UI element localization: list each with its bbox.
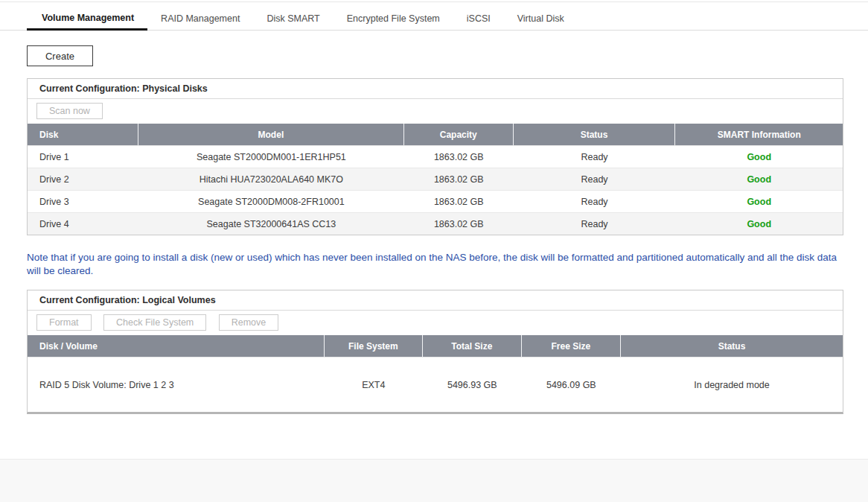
col-model: Model — [138, 124, 404, 145]
col-capacity: Capacity — [404, 124, 514, 145]
table-row-drive-1[interactable]: Drive 1 Seagate ST2000DM001-1ER1HP51 186… — [28, 145, 843, 168]
status-cell: Ready — [514, 146, 676, 168]
logical-table-header: Disk / Volume File System Total Size Fre… — [28, 335, 843, 357]
capacity-cell: 1863.02 GB — [404, 146, 514, 168]
col-status: Status — [514, 124, 676, 145]
smart-status-good: Good — [675, 191, 842, 212]
logical-volumes-toolbar: Format Check File System Remove — [28, 311, 843, 335]
model-cell: Hitachi HUA723020ALA640 MK7O — [138, 168, 404, 190]
tab-disk-smart[interactable]: Disk SMART — [253, 10, 333, 31]
model-cell: Seagate ST2000DM008-2FR10001 — [138, 191, 404, 212]
model-cell: Seagate ST32000641AS CC13 — [138, 213, 404, 235]
remove-button[interactable]: Remove — [219, 314, 279, 331]
smart-status-good: Good — [675, 168, 842, 190]
disk-cell: Drive 4 — [28, 213, 138, 235]
total-size-cell: 5496.93 GB — [423, 358, 521, 412]
status-cell: Ready — [514, 168, 676, 190]
physical-disks-title: Current Configuration: Physical Disks — [28, 79, 843, 99]
logical-volumes-title: Current Configuration: Logical Volumes — [28, 290, 843, 311]
disk-format-warning-note: Note that if you are going to install a … — [27, 251, 846, 278]
col-file-system: File System — [325, 335, 423, 357]
tab-iscsi[interactable]: iSCSI — [453, 10, 504, 31]
physical-table-header: Disk Model Capacity Status SMART Informa… — [28, 124, 843, 145]
tab-encrypted-file-system[interactable]: Encrypted File System — [334, 10, 453, 31]
table-row-drive-3[interactable]: Drive 3 Seagate ST2000DM008-2FR10001 186… — [28, 190, 843, 212]
volume-name-cell: RAID 5 Disk Volume: Drive 1 2 3 — [28, 358, 325, 412]
physical-disks-toolbar: Scan now — [28, 99, 843, 124]
smart-status-good: Good — [675, 146, 842, 168]
capacity-cell: 1863.02 GB — [404, 191, 514, 212]
col-disk: Disk — [28, 124, 138, 145]
tab-raid-management[interactable]: RAID Management — [147, 10, 253, 31]
disk-cell: Drive 3 — [28, 191, 138, 212]
col-total-size: Total Size — [423, 335, 521, 357]
file-system-cell: EXT4 — [325, 358, 423, 412]
tab-volume-management[interactable]: Volume Management — [27, 10, 147, 31]
col-disk-volume: Disk / Volume — [28, 335, 325, 357]
table-row-drive-2[interactable]: Drive 2 Hitachi HUA723020ALA640 MK7O 186… — [28, 168, 843, 190]
scan-now-button[interactable]: Scan now — [36, 103, 103, 119]
capacity-cell: 1863.02 GB — [404, 168, 514, 190]
smart-status-good: Good — [675, 213, 842, 235]
capacity-cell: 1863.02 GB — [404, 213, 514, 235]
tab-virtual-disk[interactable]: Virtual Disk — [504, 10, 578, 31]
footer-strip — [0, 459, 868, 502]
table-row-drive-4[interactable]: Drive 4 Seagate ST32000641AS CC13 1863.0… — [28, 212, 843, 235]
col-smart-information: SMART Information — [675, 124, 842, 145]
check-file-system-button[interactable]: Check File System — [103, 314, 206, 331]
volume-status-cell: In degraded mode — [621, 358, 843, 412]
disk-cell: Drive 1 — [28, 146, 138, 168]
col-free-size: Free Size — [522, 335, 622, 357]
col-volume-status: Status — [621, 335, 843, 357]
status-cell: Ready — [514, 213, 676, 235]
model-cell: Seagate ST2000DM001-1ER1HP51 — [138, 146, 404, 168]
tab-bar: Volume Management RAID Management Disk S… — [0, 1, 868, 31]
table-row-raid5-volume[interactable]: RAID 5 Disk Volume: Drive 1 2 3 EXT4 549… — [28, 357, 843, 412]
free-size-cell: 5496.09 GB — [522, 358, 622, 412]
logical-volumes-panel: Current Configuration: Logical Volumes F… — [27, 290, 843, 414]
format-button[interactable]: Format — [36, 314, 92, 331]
physical-disks-panel: Current Configuration: Physical Disks Sc… — [27, 78, 843, 235]
create-button[interactable]: Create — [27, 45, 93, 66]
status-cell: Ready — [514, 191, 676, 212]
disk-cell: Drive 2 — [28, 168, 138, 190]
